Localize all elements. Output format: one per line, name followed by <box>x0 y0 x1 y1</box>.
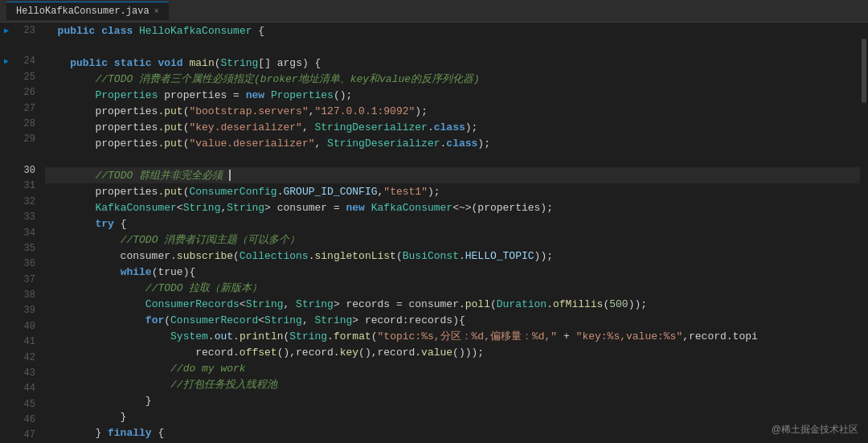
code-token <box>45 282 145 294</box>
code-token: ); <box>477 137 490 150</box>
code-token <box>45 234 121 246</box>
table-row: ConsumerRecords<String, String> records … <box>45 296 860 312</box>
code-token: (); <box>334 89 352 101</box>
gutter-row: 28 <box>0 116 42 131</box>
line-number: 42 <box>13 352 42 363</box>
code-token: println <box>240 330 284 343</box>
gutter-row: 42 <box>0 350 42 365</box>
file-tab[interactable]: HelloKafkaConsumer.java × <box>6 2 169 20</box>
code-token <box>45 314 145 326</box>
code-token: class <box>434 121 465 133</box>
code-token: )); <box>534 250 553 262</box>
code-token: finally <box>108 427 152 439</box>
code-token <box>45 266 121 278</box>
code-token: put <box>164 186 182 198</box>
table-row: for(ConsumerRecord<String, String> recor… <box>45 312 860 328</box>
code-token <box>45 363 170 375</box>
table-row: System.out.println(String.format("topic:… <box>45 328 860 344</box>
code-token: properties. <box>45 186 164 198</box>
code-token: < <box>240 298 246 310</box>
code-token: HelloKafkaConsumer <box>139 25 252 37</box>
code-token: . <box>208 330 215 343</box>
code-content[interactable]: public class HelloKafkaConsumer { public… <box>42 23 860 443</box>
table-row <box>45 151 860 167</box>
code-token: ( <box>183 186 190 198</box>
code-token: try <box>95 218 113 230</box>
code-token: String <box>264 314 302 326</box>
code-token: StringDeserializer <box>315 121 428 133</box>
line-number: 46 <box>13 414 42 425</box>
line-number: 41 <box>13 336 42 347</box>
table-row: //TODO 拉取（新版本） <box>45 280 860 296</box>
code-token <box>223 170 229 182</box>
arrow-indicator: ▶ <box>0 56 13 66</box>
code-token: //TODO 消费者三个属性必须指定(broker地址清单、key和value的… <box>95 72 479 86</box>
code-token: KafkaConsumer <box>95 202 176 214</box>
code-token: (),record. <box>358 347 421 359</box>
table-row: } <box>45 392 860 408</box>
code-area: ▶23▶242526272829303132333435363738394041… <box>0 23 868 443</box>
scrollbar[interactable] <box>860 23 868 443</box>
code-token: void <box>158 57 182 69</box>
scrollbar-thumb[interactable] <box>862 39 866 103</box>
arrow-indicator: ▶ <box>0 26 13 35</box>
code-token: ())); <box>452 347 484 359</box>
line-number: 33 <box>13 211 42 223</box>
code-token: String <box>183 202 221 214</box>
code-token: ( <box>164 314 170 326</box>
code-token: ); <box>428 186 440 198</box>
line-number: 31 <box>13 180 42 191</box>
code-token: ( <box>490 298 497 310</box>
close-icon[interactable]: × <box>154 7 159 16</box>
gutter-row: ▶23 <box>0 23 42 38</box>
code-token: subscribe <box>177 250 233 262</box>
code-token <box>264 89 271 101</box>
line-number: 23 <box>13 25 42 36</box>
code-token: . <box>309 250 315 262</box>
table-row: } <box>45 408 860 425</box>
code-token: { <box>252 25 265 37</box>
code-token: key <box>340 347 358 359</box>
code-token: properties. <box>45 121 164 133</box>
code-token: String <box>289 330 327 343</box>
title-bar: HelloKafkaConsumer.java × <box>0 0 868 23</box>
code-token: , <box>314 137 327 150</box>
code-token: format <box>334 330 371 343</box>
gutter-row: 32 <box>0 194 42 209</box>
table-row: consumer.subscribe(Collections.singleton… <box>45 248 860 264</box>
code-token: , <box>378 186 384 198</box>
code-token: main <box>190 57 215 69</box>
table-row: public static void main(String[] args) { <box>45 55 860 71</box>
table-row: record.offset(),record.key(),record.valu… <box>45 344 860 360</box>
code-token: out <box>215 330 233 343</box>
code-token: "key:%s,value:%s" <box>576 330 683 343</box>
code-token: new <box>346 202 365 214</box>
code-token: poll <box>465 298 490 310</box>
code-token: Properties <box>271 89 334 101</box>
table-row: //TODO 群组并非完全必须 <box>45 167 860 183</box>
line-number: 45 <box>13 399 42 410</box>
code-token: ); <box>465 121 478 133</box>
table-row: public class HelloKafkaConsumer { <box>45 23 860 39</box>
code-token: singletonList <box>315 250 396 262</box>
code-token: , <box>220 202 227 214</box>
code-token: . <box>233 330 240 343</box>
code-token: String <box>221 57 259 69</box>
code-token: new <box>246 89 264 101</box>
gutter-row: 25 <box>0 69 42 84</box>
code-token: 500 <box>609 298 628 310</box>
gutter-row: 47 <box>0 428 42 443</box>
code-token: ( <box>183 137 190 150</box>
gutter-row: 45 <box>0 396 42 412</box>
code-token: consumer. <box>45 250 177 262</box>
line-number: 44 <box>13 383 42 394</box>
code-token: , <box>309 105 315 117</box>
table-row: //TODO 消费者三个属性必须指定(broker地址清单、key和value的… <box>45 71 860 87</box>
code-token: BusiConst <box>403 250 459 262</box>
line-number: 28 <box>13 118 42 129</box>
code-token: } <box>45 395 152 407</box>
code-token: ( <box>183 105 190 117</box>
gutter-row <box>0 38 42 53</box>
line-number: 37 <box>13 274 42 285</box>
table-row: try { <box>45 215 860 232</box>
